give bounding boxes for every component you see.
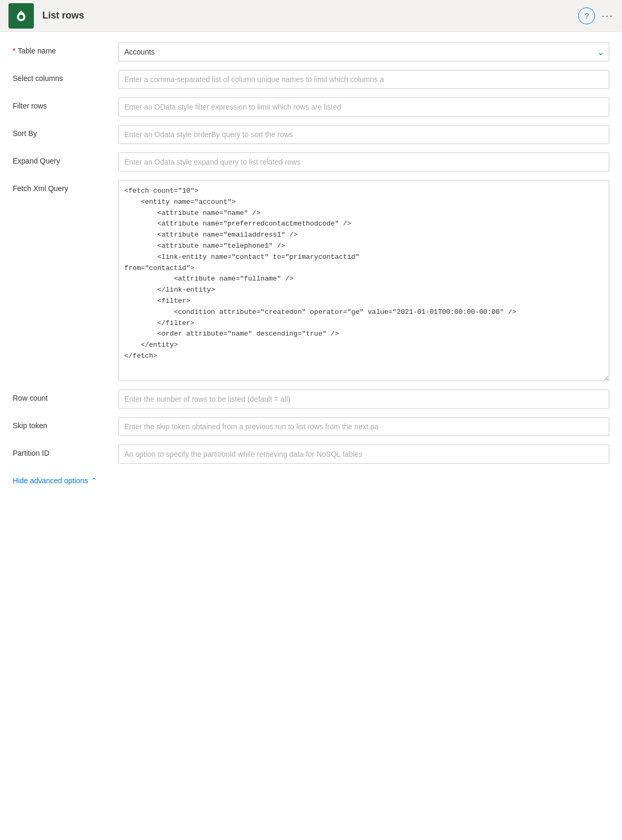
partition-id-label: Partition ID [13,445,118,457]
more-options-button[interactable]: ··· [601,10,614,22]
help-button[interactable]: ? [578,7,595,24]
fetch-xml-row: Fetch Xml Query [13,180,609,381]
filter-rows-input[interactable] [118,97,609,116]
row-count-label: Row count [13,390,118,402]
header-actions: ? ··· [578,7,614,24]
skip-token-label: Skip token [13,417,118,430]
filter-rows-label: Filter rows [13,97,118,110]
partition-id-row: Partition ID [13,445,609,464]
sort-by-row: Sort By [13,125,609,144]
expand-query-label: Expand Query [13,152,118,165]
partition-id-input[interactable] [118,445,609,464]
table-name-select[interactable]: Accounts [118,42,609,61]
skip-token-input[interactable] [118,417,609,436]
expand-query-input[interactable] [118,152,609,171]
sort-by-input[interactable] [118,125,609,144]
fetch-xml-textarea[interactable] [118,180,609,381]
sort-by-label: Sort By [13,125,118,138]
row-count-row: Row count [13,390,609,409]
table-name-label: *Table name [13,42,118,55]
skip-token-row: Skip token [13,417,609,436]
table-name-select-wrapper: Accounts ⌄ [118,42,609,61]
page-title: List rows [42,10,578,21]
required-indicator: * [13,47,15,55]
row-count-input[interactable] [118,390,609,409]
svg-point-0 [19,15,23,19]
select-columns-input[interactable] [118,70,609,89]
form-container: *Table name Accounts ⌄ Select columns Fi… [0,32,622,495]
expand-query-row: Expand Query [13,152,609,171]
fetch-xml-label: Fetch Xml Query [13,180,118,193]
select-columns-row: Select columns [13,70,609,89]
header: List rows ? ··· [0,0,622,32]
filter-rows-row: Filter rows [13,97,609,116]
select-columns-label: Select columns [13,70,118,83]
table-name-row: *Table name Accounts ⌄ [13,42,609,61]
hide-advanced-options[interactable]: Hide advanced options ⌃ [13,476,609,485]
chevron-up-icon: ⌃ [91,476,97,485]
hide-advanced-label: Hide advanced options [13,476,88,485]
app-logo [8,3,34,29]
